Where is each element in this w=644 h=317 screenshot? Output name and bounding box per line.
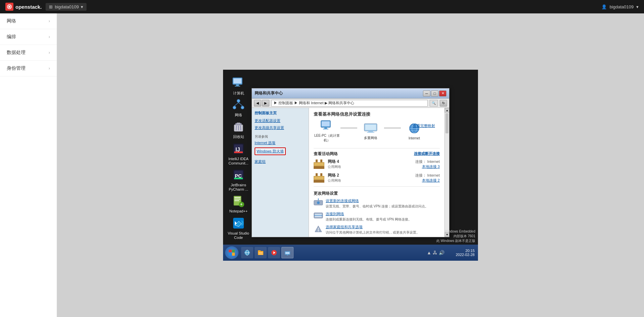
- taskbar-media-button[interactable]: [268, 247, 280, 258]
- svg-point-65: [318, 231, 319, 232]
- vscode-icon-label: Visual Studio Code: [226, 231, 251, 240]
- desktop-icon-notepad[interactable]: + Notepad++: [226, 194, 251, 213]
- svg-rect-29: [234, 197, 240, 198]
- scroll-up-button[interactable]: ▲: [445, 108, 449, 113]
- addr-forward-button[interactable]: ▶: [262, 100, 269, 107]
- network-line-2: [384, 128, 401, 128]
- sidebar-chevron-orchestration: ›: [49, 35, 50, 39]
- setting-2-link[interactable]: 连接到网络: [326, 211, 440, 216]
- sidebar-item-identity[interactable]: 身份管理 ›: [0, 61, 57, 76]
- navbar-user[interactable]: 👤 bigdata0109 ▾: [601, 4, 639, 9]
- svg-point-13: [241, 107, 244, 109]
- sidebar-chevron-dataprocess: ›: [49, 50, 50, 55]
- svg-line-10: [238, 103, 243, 106]
- active-networks-header: 查看活动网络 连接或断开连接: [314, 151, 440, 157]
- main-section-title: 查看基本网络信息并设置连接: [314, 111, 440, 117]
- openstack-logo: openstack.: [5, 3, 42, 11]
- setting-1-desc: 设置无线、宽带、拨号、临时或 VPN 连接；或设置路由器或访问点。: [326, 204, 440, 209]
- scroll-thumb[interactable]: [445, 113, 448, 133]
- win-close-button[interactable]: ✕: [439, 90, 446, 97]
- address-path-text: ▶ 控制面板 ▶ 网络和 Internet ▶ 网络和共享中心: [274, 101, 354, 106]
- svg-rect-49: [314, 163, 324, 166]
- recycle-icon-label: 回收站: [233, 135, 244, 139]
- pc-node-label: LEE-PC（此计算机）: [314, 133, 340, 143]
- setting-1-link[interactable]: 设置新的连接或网络: [326, 198, 440, 203]
- win-minimize-button[interactable]: ─: [423, 90, 430, 97]
- desktop-icon-recycle[interactable]: 回收站: [226, 120, 251, 139]
- user-name: bigdata0109: [609, 4, 634, 9]
- network-icon-label: 网络: [235, 113, 242, 117]
- change-network-settings-title: 更改网络设置: [314, 191, 440, 196]
- taskbar-ie-button[interactable]: [241, 247, 253, 258]
- sidebar-main-link[interactable]: 控制面板主页: [255, 111, 306, 116]
- project-chevron: ▾: [81, 4, 83, 9]
- nsc-addressbar: ◀ ▶ ▶ 控制面板 ▶ 网络和 Internet ▶ 网络和共享中心 🔍 ↻: [252, 99, 449, 108]
- desktop-icon-computer[interactable]: 计算机: [226, 76, 251, 96]
- svg-rect-54: [314, 177, 324, 179]
- taskbar-explorer-button[interactable]: [255, 247, 267, 258]
- homegroup-link[interactable]: 家庭组: [255, 159, 306, 164]
- setting-1-content: 设置新的连接或网络 设置无线、宽带、拨号、临时或 VPN 连接；或设置路由器或访…: [326, 198, 440, 209]
- svg-rect-70: [258, 250, 261, 252]
- desktop-icon-vscode[interactable]: Visual Studio Code: [226, 216, 251, 240]
- windows-firewall-link[interactable]: Windows 防火墙: [255, 147, 286, 155]
- sidebar-item-network[interactable]: 网络 ›: [0, 13, 57, 29]
- svg-rect-50: [316, 160, 318, 162]
- internet-node-label: Internet: [409, 136, 420, 140]
- taskbar-network-center-button[interactable]: [281, 247, 293, 258]
- network-2-connection: 本地连接 2: [415, 178, 440, 183]
- navbar-left: openstack. ⊞ bigdata0109 ▾: [5, 3, 87, 11]
- taskbar-tray: ▲ 🖧 🔊: [427, 250, 444, 255]
- svg-text:+: +: [240, 202, 243, 207]
- network-4-info: 网络 4 公用网络: [328, 159, 412, 169]
- svg-line-9: [234, 103, 238, 106]
- time-display: 20:15: [456, 249, 475, 253]
- taskbar-start-button[interactable]: [225, 246, 238, 259]
- svg-line-17: [236, 126, 236, 130]
- desktop-icon-network[interactable]: 网络: [226, 98, 251, 117]
- sidebar-adapter-link[interactable]: 更改适配器设置: [255, 118, 306, 123]
- taskbar-time: 20:15 2022-02-28: [456, 249, 475, 257]
- sidebar-item-orchestration[interactable]: 编排 ›: [0, 29, 57, 45]
- win-maximize-button[interactable]: □: [431, 90, 438, 97]
- sidebar-sharing-link[interactable]: 更改高级共享设置: [255, 125, 306, 130]
- connect-or-disconnect-link[interactable]: 连接或断开连接: [414, 151, 440, 157]
- addr-back-button[interactable]: ◀: [254, 100, 261, 107]
- desktop-icons: 计算机 网络: [223, 73, 254, 243]
- tray-icons: ▲ 🖧 🔊: [427, 250, 444, 255]
- scroll-track[interactable]: [445, 113, 449, 232]
- network-2-connection-val[interactable]: 本地连接 2: [422, 178, 440, 182]
- svg-rect-27: [234, 178, 243, 179]
- watermark-line2: 内部版本 7601: [436, 234, 475, 239]
- project-icon: ⊞: [49, 4, 53, 9]
- sidebar: 网络 › 编排 › 数据处理 › 身份管理 ›: [0, 13, 57, 317]
- addr-refresh-button[interactable]: ↻: [440, 100, 447, 107]
- network-4-connection-val[interactable]: 本地连接 3: [422, 165, 440, 169]
- computer-icon-label: 计算机: [233, 91, 244, 96]
- notepad-icon: +: [232, 194, 245, 208]
- project-selector[interactable]: ⊞ bigdata0109 ▾: [46, 3, 87, 11]
- pycharm-icon: PC: [232, 168, 245, 182]
- navbar: openstack. ⊞ bigdata0109 ▾ 👤 bigdata0109…: [0, 0, 644, 13]
- network-4-name: 网络 4: [328, 159, 412, 165]
- view-full-map-link[interactable]: 查看完整映射: [413, 123, 435, 128]
- nsc-titlebar: 网络和共享中心 ─ □ ✕: [252, 88, 449, 99]
- network-row-2: 网络 2 公用网络 连接： Internet 本地连接 2: [314, 173, 440, 183]
- network-row-4: 网络 4 公用网络 连接： Internet 本地连接 3: [314, 159, 440, 169]
- svg-rect-71: [259, 252, 263, 253]
- nsc-main-content: 查看基本网络信息并设置连接: [309, 108, 444, 237]
- desktop-icon-pycharm[interactable]: PC JetBrains PyCharm ...: [226, 168, 251, 192]
- internet-options-link[interactable]: Internet 选项: [255, 140, 306, 145]
- vm-screen: 计算机 网络: [223, 70, 478, 261]
- svg-rect-1: [8, 6, 10, 8]
- desktop-icon-intellij[interactable]: IJ IntelliJ IDEA Communit...: [226, 142, 251, 166]
- address-search[interactable]: 🔍: [430, 100, 438, 107]
- svg-rect-52: [314, 166, 324, 169]
- svg-rect-72: [259, 254, 263, 254]
- setting-2-icon: [314, 211, 323, 219]
- sidebar-item-dataprocess[interactable]: 数据处理 ›: [0, 45, 57, 61]
- setting-2-desc: 连接到或重新连接到无线、有线、拨号或 VPN 网络连接。: [326, 217, 440, 222]
- network-4-access-type-label: 连接： Internet: [415, 159, 440, 164]
- svg-rect-56: [320, 173, 322, 176]
- setting-3-link[interactable]: 选择家庭组和共享选项: [326, 225, 440, 230]
